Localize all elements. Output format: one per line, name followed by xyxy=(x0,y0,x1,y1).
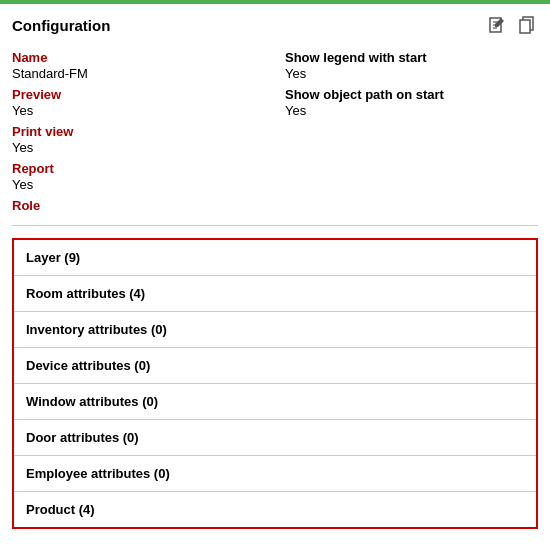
main-container: Configuration Name xyxy=(0,4,550,539)
field-value-report: Yes xyxy=(12,177,265,192)
edit-icon[interactable] xyxy=(486,14,508,36)
sections-container: Layer (9) Room attributes (4) Inventory … xyxy=(12,238,538,529)
header-row: Configuration xyxy=(12,14,538,36)
section-inventory-attributes[interactable]: Inventory attributes (0) xyxy=(14,312,536,348)
divider xyxy=(12,225,538,226)
section-door-attributes-label: Door attributes (0) xyxy=(26,430,139,445)
right-label-objectpath: Show object path on start xyxy=(285,87,538,102)
right-value-objectpath: Yes xyxy=(285,103,538,118)
section-window-attributes[interactable]: Window attributes (0) xyxy=(14,384,536,420)
section-product[interactable]: Product (4) xyxy=(14,492,536,527)
right-column: Show legend with start Yes Show object p… xyxy=(265,44,538,213)
section-device-attributes[interactable]: Device attributes (0) xyxy=(14,348,536,384)
field-value-printview: Yes xyxy=(12,140,265,155)
left-column: Name Standard-FM Preview Yes Print view … xyxy=(12,44,265,213)
section-layer-label: Layer (9) xyxy=(26,250,80,265)
field-label-name: Name xyxy=(12,50,265,65)
section-layer[interactable]: Layer (9) xyxy=(14,240,536,276)
right-label-legend: Show legend with start xyxy=(285,50,538,65)
field-label-printview: Print view xyxy=(12,124,265,139)
section-employee-attributes-label: Employee attributes (0) xyxy=(26,466,170,481)
field-label-report: Report xyxy=(12,161,265,176)
field-label-preview: Preview xyxy=(12,87,265,102)
section-room-attributes-label: Room attributes (4) xyxy=(26,286,145,301)
page-title: Configuration xyxy=(12,17,110,34)
copy-icon[interactable] xyxy=(516,14,538,36)
section-device-attributes-label: Device attributes (0) xyxy=(26,358,150,373)
right-value-legend: Yes xyxy=(285,66,538,81)
header-icons xyxy=(486,14,538,36)
section-door-attributes[interactable]: Door attributes (0) xyxy=(14,420,536,456)
svg-rect-6 xyxy=(520,20,530,33)
field-value-name: Standard-FM xyxy=(12,66,265,81)
section-window-attributes-label: Window attributes (0) xyxy=(26,394,158,409)
section-room-attributes[interactable]: Room attributes (4) xyxy=(14,276,536,312)
section-employee-attributes[interactable]: Employee attributes (0) xyxy=(14,456,536,492)
section-inventory-attributes-label: Inventory attributes (0) xyxy=(26,322,167,337)
field-value-preview: Yes xyxy=(12,103,265,118)
field-label-role: Role xyxy=(12,198,265,213)
content-grid: Name Standard-FM Preview Yes Print view … xyxy=(12,44,538,213)
section-product-label: Product (4) xyxy=(26,502,95,517)
